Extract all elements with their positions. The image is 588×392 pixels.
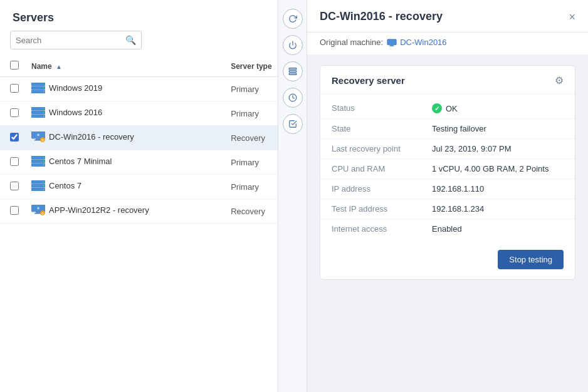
row-name-text: Centos 7 [49, 181, 81, 190]
left-toolbar [278, 0, 307, 392]
monitor-icon [387, 39, 397, 46]
table-row[interactable]: Centos 7 Primary [0, 175, 307, 199]
svg-rect-15 [36, 138, 41, 140]
table-row[interactable]: ↻ DC-Win2016 - recovery Recovery [0, 126, 307, 150]
svg-rect-21 [31, 160, 45, 163]
select-all-checkbox[interactable] [10, 61, 19, 70]
primary-server-icon [31, 156, 45, 167]
card-header: Recovery server ⚙ [320, 66, 575, 95]
row-checkbox[interactable] [10, 108, 19, 117]
svg-point-7 [43, 108, 45, 109]
svg-point-9 [43, 111, 45, 113]
info-row: StateTesting failover [320, 119, 575, 139]
list-button[interactable] [283, 61, 303, 81]
row-checkbox[interactable] [10, 84, 19, 93]
svg-rect-41 [289, 73, 297, 75]
settings-icon[interactable]: ⚙ [555, 75, 564, 86]
info-row: Last recovery pointJul 23, 2019, 9:07 PM [320, 139, 575, 159]
server-icon-wrap: Centos 7 Minimal [31, 156, 112, 167]
row-name-text: DC-Win2016 - recovery [49, 132, 134, 142]
original-machine-label: Original machine: [320, 38, 383, 47]
recovery-server-icon: ↻ [31, 132, 45, 142]
close-button[interactable]: × [569, 11, 575, 23]
svg-rect-39 [289, 68, 297, 70]
recovery-server-card: Recovery server ⚙ Status✓OKStateTesting … [320, 65, 575, 280]
svg-rect-27 [31, 184, 45, 187]
info-value: 192.168.1.110 [432, 184, 484, 193]
svg-rect-25 [31, 180, 45, 183]
info-label: Last recovery point [332, 144, 432, 153]
original-machine-link[interactable]: DC-Win2016 [387, 38, 446, 47]
info-value: ✓OK [432, 103, 458, 113]
svg-rect-40 [289, 71, 297, 72]
server-icon-wrap: Windows 2016 [31, 107, 102, 118]
row-name-text: Windows 2019 [49, 83, 102, 93]
history-button[interactable] [283, 88, 303, 108]
svg-point-28 [43, 185, 45, 186]
table-row[interactable]: ↻ APP-Win2012R2 - recovery Recovery [0, 199, 307, 224]
svg-rect-2 [31, 86, 45, 90]
info-row: Internet accessEnabled [320, 219, 575, 239]
svg-point-11 [43, 115, 45, 116]
row-name: Windows 2016 [25, 101, 224, 126]
server-icon-wrap: ↻ DC-Win2016 - recovery [31, 132, 134, 142]
info-value-text: Testing failover [432, 124, 486, 133]
detail-header: DC-Win2016 - recovery × [307, 0, 588, 33]
search-input[interactable] [16, 36, 125, 45]
row-checkbox[interactable] [10, 206, 19, 215]
search-input-wrap: 🔍 [10, 31, 142, 49]
name-col-header[interactable]: Name ▲ [25, 56, 224, 77]
card-footer: Stop testing [320, 242, 575, 279]
svg-rect-45 [389, 45, 394, 46]
refresh-button[interactable] [283, 9, 303, 29]
original-machine-name: DC-Win2016 [400, 38, 446, 47]
checkbox-col-header [0, 56, 25, 77]
svg-rect-29 [31, 188, 45, 191]
row-name-text: APP-Win2012R2 - recovery [49, 205, 149, 215]
info-value: Enabled [432, 224, 462, 234]
sort-arrow-icon: ▲ [56, 63, 62, 70]
svg-rect-4 [31, 90, 45, 93]
info-label: Status [332, 103, 432, 113]
info-value: Jul 23, 2019, 9:07 PM [432, 144, 511, 153]
info-value-text: 192.168.1.110 [432, 184, 484, 193]
table-header-row: Name ▲ Server type [0, 56, 307, 77]
checklist-button[interactable] [283, 114, 303, 134]
recovery-server-icon: ↻ [31, 205, 45, 215]
primary-server-icon [31, 107, 45, 118]
svg-point-5 [43, 91, 45, 92]
detail-panel: DC-Win2016 - recovery × Original machine… [307, 0, 588, 392]
row-checkbox[interactable] [10, 157, 19, 166]
info-value-text: Enabled [432, 224, 462, 234]
svg-point-14 [37, 134, 39, 137]
power-button[interactable] [283, 35, 303, 55]
row-checkbox[interactable] [10, 133, 19, 142]
info-value-text: Jul 23, 2019, 9:07 PM [432, 144, 511, 153]
info-label: State [332, 124, 432, 133]
info-row: IP address192.168.1.110 [320, 179, 575, 199]
info-value-text: 1 vCPU, 4.00 GB RAM, 2 Points [432, 164, 549, 173]
stop-testing-button[interactable]: Stop testing [498, 250, 564, 269]
svg-point-26 [43, 181, 45, 182]
row-name: ↻ DC-Win2016 - recovery [25, 126, 224, 150]
table-row[interactable]: Centos 7 Minimal Primary [0, 150, 307, 175]
original-machine-bar: Original machine: DC-Win2016 [307, 33, 588, 55]
info-value-text: OK [446, 104, 458, 113]
table-row[interactable]: Windows 2016 Primary [0, 101, 307, 126]
primary-server-icon [31, 83, 45, 93]
detail-content: Recovery server ⚙ Status✓OKStateTesting … [307, 55, 588, 392]
row-name: ↻ APP-Win2012R2 - recovery [25, 199, 224, 224]
row-name-text: Windows 2016 [49, 108, 102, 117]
row-checkbox[interactable] [10, 182, 19, 190]
info-value: 1 vCPU, 4.00 GB RAM, 2 Points [432, 164, 549, 173]
svg-point-33 [37, 207, 39, 210]
svg-point-24 [43, 164, 45, 165]
svg-point-30 [43, 188, 45, 190]
table-row[interactable]: Windows 2019 Primary [0, 77, 307, 101]
svg-rect-19 [31, 156, 45, 159]
svg-rect-23 [31, 163, 45, 167]
svg-rect-10 [31, 115, 45, 118]
svg-point-1 [43, 83, 45, 85]
info-table: Status✓OKStateTesting failoverLast recov… [320, 95, 575, 242]
server-icon-wrap: Windows 2019 [31, 83, 102, 93]
